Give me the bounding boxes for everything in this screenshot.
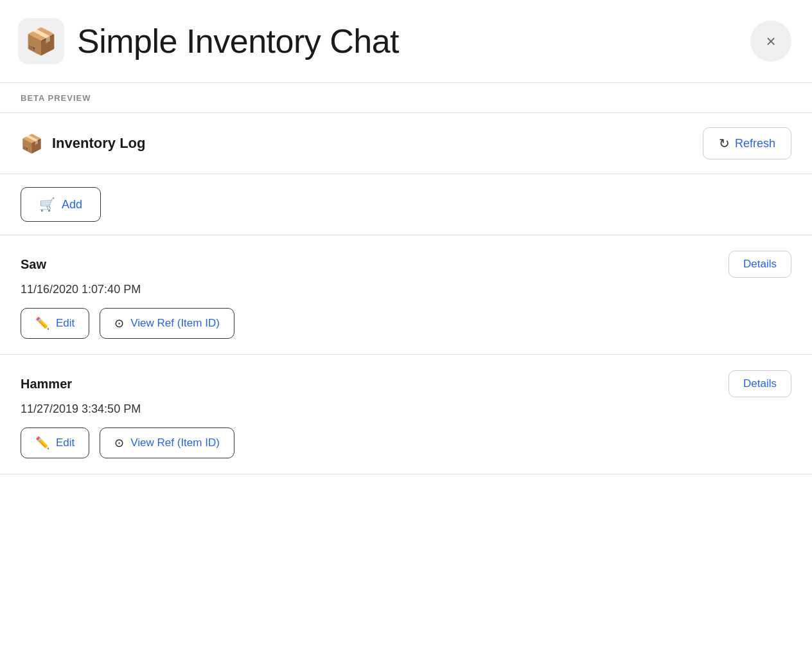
item-timestamp-1: 11/27/2019 3:34:50 PM (21, 402, 791, 416)
refresh-icon: ↻ (719, 136, 730, 151)
edit-icon-1: ✏️ (35, 436, 49, 450)
inventory-header: 📦 Inventory Log ↻ Refresh (0, 113, 812, 174)
inventory-icon: 📦 (21, 133, 43, 154)
beta-bar: BETA PREVIEW (0, 83, 812, 113)
close-button[interactable]: × (750, 21, 791, 62)
edit-icon-0: ✏️ (35, 316, 49, 330)
item-name-1: Hammer (21, 377, 72, 392)
app-title: Simple Inventory Chat (77, 22, 399, 60)
inventory-list: Saw Details 11/16/2020 1:07:40 PM ✏️ Edi… (0, 235, 812, 474)
inventory-title: Inventory Log (52, 135, 145, 152)
item-timestamp-0: 11/16/2020 1:07:40 PM (21, 283, 791, 296)
refresh-button[interactable]: ↻ Refresh (703, 127, 791, 159)
header-left: 📦 Simple Inventory Chat (18, 18, 399, 64)
details-button-1[interactable]: Details (728, 370, 791, 397)
item-actions-0: ✏️ Edit ⊙ View Ref (Item ID) (21, 308, 791, 339)
edit-button-0[interactable]: ✏️ Edit (21, 308, 89, 339)
item-header-0: Saw Details (21, 251, 791, 278)
view-ref-button-0[interactable]: ⊙ View Ref (Item ID) (100, 308, 234, 339)
details-button-0[interactable]: Details (728, 251, 791, 278)
item-name-0: Saw (21, 257, 46, 272)
view-ref-icon-1: ⊙ (114, 436, 124, 450)
view-ref-button-1[interactable]: ⊙ View Ref (Item ID) (100, 428, 234, 458)
beta-label: BETA PREVIEW (21, 93, 91, 103)
inventory-item-1: Hammer Details 11/27/2019 3:34:50 PM ✏️ … (0, 355, 812, 474)
add-label: Add (62, 198, 82, 212)
close-icon: × (766, 32, 775, 51)
app-icon: 📦 (18, 18, 64, 64)
item-actions-1: ✏️ Edit ⊙ View Ref (Item ID) (21, 428, 791, 458)
item-header-1: Hammer Details (21, 370, 791, 397)
inventory-item-0: Saw Details 11/16/2020 1:07:40 PM ✏️ Edi… (0, 235, 812, 355)
edit-button-1[interactable]: ✏️ Edit (21, 428, 89, 458)
add-section: 🛒 Add (0, 174, 812, 235)
inventory-header-left: 📦 Inventory Log (21, 133, 145, 154)
add-icon: 🛒 (39, 197, 55, 212)
add-button[interactable]: 🛒 Add (21, 187, 101, 222)
app-header: 📦 Simple Inventory Chat × (0, 0, 812, 83)
refresh-label: Refresh (735, 137, 775, 150)
view-ref-icon-0: ⊙ (114, 316, 124, 330)
